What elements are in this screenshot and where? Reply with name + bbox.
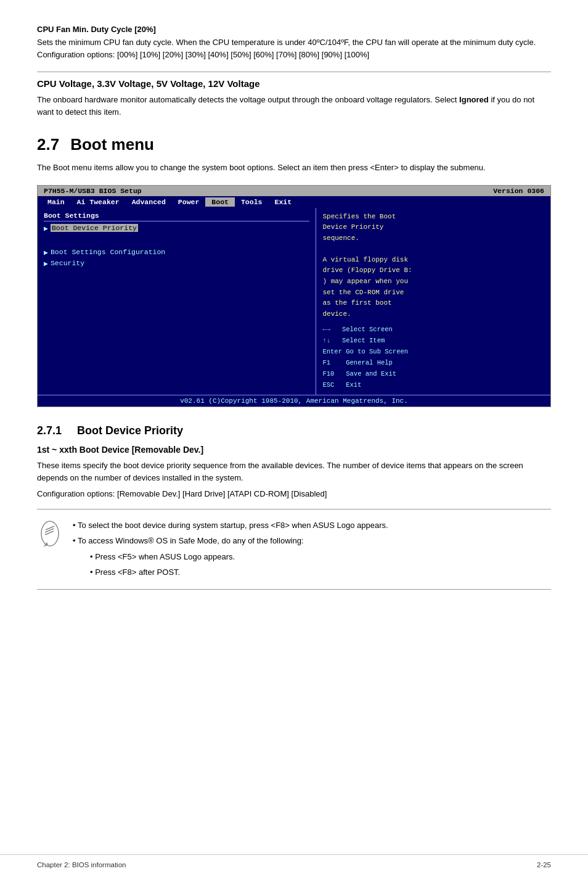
bios-item-boot-settings-config: ▶ Boot Settings Configuration [44,248,309,257]
bios-titlebar: P7H55-M/USB3 BIOS Setup Version 0306 [38,186,550,196]
note-icon [37,518,63,549]
pencil-icon [38,519,62,548]
section-27: 2.7 Boot menu The Boot menu items allow … [37,135,551,407]
cpu-fan-desc: Sets the minimum CPU fan duty cycle. Whe… [37,36,551,60]
footer-right: 2-25 [537,861,551,868]
bios-arrow-3: ▶ [44,259,48,268]
bios-footer: v02.61 (C)Copyright 1985-2010, American … [38,395,550,406]
bios-boot-settings-config-label: Boot Settings Configuration [51,248,165,256]
bios-titlebar-left: P7H55-M/USB3 BIOS Setup [44,187,142,195]
section-271: 2.7.1 Boot Device Priority 1st ~ xxth Bo… [37,424,551,590]
bios-item-boot-device: ▶ Boot Device Priority [44,224,309,233]
voltage-ignored: Ignored [459,95,489,104]
bios-menu-power: Power [172,197,206,207]
bios-body: Boot Settings ▶ Boot Device Priority ▶ B… [38,208,550,395]
bios-menu-advanced: Advanced [126,197,172,207]
note-list: To select the boot device during system … [73,518,388,580]
svg-point-0 [41,521,59,546]
bios-item-security: ▶ Security [44,259,309,268]
note-item-1: To select the boot device during system … [73,518,388,532]
bios-left-header: Boot Settings [44,212,309,221]
bios-menu-exit: Exit [268,197,298,207]
bios-arrow-2: ▶ [44,248,48,257]
bios-left-panel: Boot Settings ▶ Boot Device Priority ▶ B… [38,208,316,395]
cpu-fan-section: CPU Fan Min. Duty Cycle [20%] Sets the m… [37,25,551,60]
section-271-label: Boot Device Priority [77,424,183,437]
bios-menubar: Main Ai Tweaker Advanced Power Boot Tool… [38,196,550,208]
bios-menu-tools: Tools [235,197,269,207]
bios-arrow-1: ▶ [44,224,48,233]
bios-help-text: Specifies the Boot Device Priority seque… [322,212,544,320]
bios-footer-text: v02.61 (C)Copyright 1985-2010, American … [180,397,408,405]
bios-security-label: Security [51,259,84,267]
bios-menu-ai: Ai Tweaker [71,197,126,207]
section-271-number: 2.7.1 [37,424,62,437]
footer-left: Chapter 2: BIOS information [37,861,126,868]
note-item-2: To access Windows® OS in Safe Mode, do a… [73,534,388,548]
boot-device-desc2: Configuration options: [Removable Dev.] … [37,488,551,500]
section-27-desc: The Boot menu items allow you to change … [37,162,551,174]
page-footer: Chapter 2: BIOS information 2-25 [0,854,588,875]
note-box: To select the boot device during system … [37,509,551,590]
cpu-fan-title: CPU Fan Min. Duty Cycle [20%] [37,25,551,34]
bios-menu-boot: Boot [205,197,235,207]
voltage-section: CPU Voltage, 3.3V Voltage, 5V Voltage, 1… [37,72,551,118]
bios-titlebar-right: Version 0306 [493,187,544,195]
note-sub-item-2: Press <F8> after POST. [73,565,388,579]
bios-right-panel: Specifies the Boot Device Priority seque… [316,208,550,395]
boot-device-desc1: These items specify the boot device prio… [37,460,551,484]
bios-menu-main: Main [41,197,71,207]
bios-nav-text: ←→ Select Screen ↑↓ Select Item Enter Go… [322,324,544,390]
note-content: To select the boot device during system … [73,518,388,581]
boot-device-subtitle: 1st ~ xxth Boot Device [Removable Dev.] [37,445,551,455]
section-271-title: 2.7.1 Boot Device Priority [37,424,551,437]
bios-screenshot: P7H55-M/USB3 BIOS Setup Version 0306 Mai… [37,185,551,407]
voltage-title: CPU Voltage, 3.3V Voltage, 5V Voltage, 1… [37,78,551,89]
bios-boot-device-priority: Boot Device Priority [51,224,138,232]
section-27-title: 2.7 Boot menu [37,135,551,154]
section-27-number: 2.7 [37,135,59,154]
voltage-desc: The onboard hardware monitor automatical… [37,94,551,118]
section-27-label: Boot menu [70,135,154,154]
bios-spacer [44,236,309,244]
voltage-desc-pre: The onboard hardware monitor automatical… [37,95,459,104]
note-sub-item-1: Press <F5> when ASUS Logo appears. [73,550,388,564]
